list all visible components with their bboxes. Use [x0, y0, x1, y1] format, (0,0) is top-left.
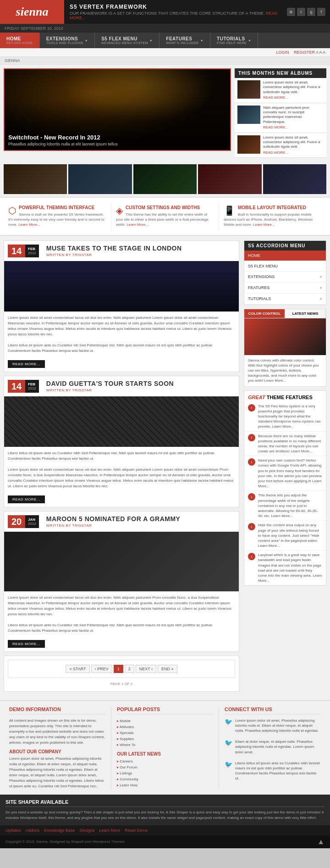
pagination-wrapper: « START ‹ PREV 1 2 NEXT › END » PAGE 1 O…	[4, 656, 239, 692]
article-3-body: Lorem ipsum dolor sit amet consectetuer …	[4, 595, 239, 637]
article-3-day: 20	[8, 515, 25, 528]
sidebar-menu-item-features[interactable]: FEATURES +	[244, 283, 326, 294]
bottom-link-learn[interactable]: Learn More	[99, 828, 120, 833]
sidebar-menu-item-extensions[interactable]: EXTENSIONS +	[244, 272, 326, 283]
popular-item-2[interactable]: Specials	[117, 730, 213, 736]
great-feature-5: i Hide the content area output on any pa…	[244, 521, 326, 551]
thumb-2[interactable]	[68, 164, 132, 194]
article-1-read-more[interactable]: READ MORE...	[8, 360, 45, 368]
nav-item-features[interactable]: FEATURES WHAT'S INCLUDED ▼	[160, 33, 210, 48]
feature-icon-circle-2: i	[248, 434, 255, 441]
latest-item-0[interactable]: Careers	[117, 758, 213, 764]
site-shaper-banner: SITE SHAPER AVAILABLE Do you need a webs…	[0, 795, 330, 825]
tweet-text-1: Lorem ipsum dolor sit amet, Phasellus ad…	[235, 718, 321, 734]
rss-icon[interactable]: ⊕	[287, 8, 295, 16]
popular-item-1[interactable]: Attitudes	[117, 724, 213, 730]
article-1-year: 2012	[28, 251, 36, 255]
bottom-link-updates[interactable]: Updates	[6, 828, 21, 833]
feature-link-3[interactable]: Learn More...	[253, 223, 275, 227]
nav-item-tutorials[interactable]: TUTORIALS FIND HELP HERE ▼	[210, 33, 258, 48]
featured-title: Switchfoot - New Record In 2012	[8, 134, 226, 141]
article-2: 14 FEB 2012 DAVID GUETTA'S TOUR STARTS S…	[4, 376, 239, 507]
latest-item-4[interactable]: Learn How	[117, 782, 213, 788]
thumb-3[interactable]	[133, 164, 197, 194]
feature-link-1[interactable]: Learn More...	[18, 223, 40, 227]
thumb-4[interactable]	[198, 164, 261, 194]
twitter-bird-3: 🐦	[225, 761, 232, 781]
album-read-more-3[interactable]: READ MORE...	[263, 150, 324, 155]
footer-about-text: Lorem ipsum dolor sit amet, Phasellus ad…	[9, 756, 105, 789]
album-read-more-1[interactable]: READ MORE...	[263, 95, 324, 100]
article-1-body: Lorem ipsum dolor sit amet consectetuer …	[4, 315, 239, 357]
album-thumb-2	[237, 106, 260, 124]
login-link[interactable]: LOGIN	[276, 50, 289, 55]
feature-link-2[interactable]: Learn More...	[126, 223, 148, 227]
album-read-more-2[interactable]: READ MORE...	[263, 125, 324, 130]
register-link[interactable]: REGISTER	[294, 50, 315, 55]
pagination-next[interactable]: NEXT ›	[136, 665, 156, 673]
article-3-title: MAROON 5 NOMINATED FOR A GRAMMY	[46, 515, 181, 523]
article-3-year: 2012	[28, 522, 36, 526]
great-feature-text-1: The S5 Flex Menu system is a very powerf…	[258, 404, 322, 429]
feature-icon-1: ⬡	[8, 205, 16, 216]
pagination-page-1[interactable]: 1	[114, 665, 123, 673]
featured-image[interactable]: Switchfoot - New Record In 2012 Phasellu…	[4, 68, 231, 151]
bottom-link-knowledge[interactable]: Knowledge Base	[44, 828, 75, 833]
feature-title-3: MOBILE LAYOUT INTEGRATED	[224, 205, 322, 210]
album-text-2: Nibh aliquam parturient pron convallis n…	[263, 106, 324, 130]
album-item-3: Lorem ipsum dolor sit amet, consectetur …	[235, 133, 326, 158]
article-1-title: MUSE TAKES TO THE STAGE IN LONDON	[46, 245, 182, 252]
pagination-start[interactable]: « START	[66, 665, 89, 673]
great-feature-text-3: Need your own custom font? Vertex comes …	[258, 458, 322, 489]
album-item-2: Nibh aliquam parturient pron convallis n…	[235, 103, 326, 133]
facebook-icon[interactable]: f	[317, 8, 325, 16]
latest-item-3[interactable]: Community	[117, 776, 213, 782]
bottom-link-reset[interactable]: Reset Demo	[125, 828, 148, 833]
nav-item-flexmenu[interactable]: S5 FLEX MENU ADVANCED MENU SYSTEM ▼	[95, 33, 160, 48]
size-controls[interactable]: A A A	[316, 50, 325, 55]
popular-item-0[interactable]: Mobile	[117, 718, 213, 724]
pagination-page-2[interactable]: 2	[125, 665, 134, 673]
tweet-2: 🐦 Etiam at dolor neque, et aliquet nulla…	[225, 739, 321, 758]
feature-bars: ⬡ POWERFUL THEMING INTERFACE Sienna is b…	[0, 197, 330, 236]
bottom-link-designs[interactable]: Designs	[80, 828, 95, 833]
plus-icon-tutorials: +	[319, 296, 322, 301]
nav-item-extensions[interactable]: EXTENSIONS TOOLS AND PLUGINS ▼	[40, 33, 95, 48]
sidebar-menu-item-home[interactable]: HOME	[244, 250, 326, 261]
thumb-1[interactable]	[4, 164, 67, 194]
article-2-read-more[interactable]: READ MORE...	[8, 495, 45, 503]
framework-title: S5 VERTEX FRAMEWORK	[70, 4, 281, 10]
pagination-prev[interactable]: ‹ PREV	[91, 665, 112, 673]
latest-item-2[interactable]: Listings	[117, 770, 213, 776]
pagination-end[interactable]: END »	[158, 665, 177, 673]
feature-text-2: This theme has the ability to set the en…	[116, 212, 214, 228]
article-1: 14 FEB 2012 MUSE TAKES TO THE STAGE IN L…	[4, 240, 239, 372]
footer-widget-posts: POPULAR POSTS Mobile Attitudes Specials …	[111, 707, 219, 789]
gplus-icon[interactable]: g	[307, 8, 315, 16]
sidebar-menu-item-tutorials[interactable]: TUTORIALS +	[244, 294, 326, 305]
album-thumb-3	[237, 135, 260, 154]
footer-widget-connect: CONNECT WITH US 🐦 Lorem ipsum dolor sit …	[219, 707, 326, 789]
bottom-link-addons[interactable]: Addons	[26, 828, 40, 833]
color-control-tab[interactable]: COLOR CONTROL	[244, 309, 285, 318]
scroll-top-button[interactable]: ▲	[317, 838, 324, 846]
nav-item-home[interactable]: HOME RETURN HOME	[0, 33, 40, 48]
latest-item-1[interactable]: Our Forum	[117, 764, 213, 770]
nav-arrow-4: ▼	[248, 39, 251, 42]
popular-item-4[interactable]: Where To	[117, 742, 213, 748]
logo-area[interactable]: sienna	[0, 0, 64, 24]
great-feature-1: i The S5 Flex Menu system is a very powe…	[244, 402, 326, 432]
great-feature-text-4: This theme lets you adjust the percentag…	[258, 493, 322, 518]
nav-arrow-3: ▼	[200, 39, 204, 42]
article-3-read-more[interactable]: READ MORE...	[8, 640, 45, 648]
feature-bar-2: ◈ CUSTOM SETTINGS AND WIDTHS This theme …	[111, 201, 219, 231]
sidebar-menu-item-flexmenu[interactable]: S5 FLEX MENU	[244, 261, 326, 272]
twitter-icon[interactable]: t	[297, 8, 305, 16]
latest-news-tab[interactable]: LATEST NEWS	[285, 309, 326, 318]
album-text-1: Lorem ipsum dolor sit amet, consectetur …	[263, 80, 324, 100]
bottom-links-bar: Updates Addons Knowledge Base Designs Le…	[0, 825, 330, 835]
album-thumb-1	[237, 80, 260, 99]
popular-item-3[interactable]: Supplies	[117, 736, 213, 742]
thumb-5[interactable]	[263, 164, 326, 194]
copyright-text: Copyright © 2010, Sienna. Designed by Sh…	[6, 840, 125, 844]
